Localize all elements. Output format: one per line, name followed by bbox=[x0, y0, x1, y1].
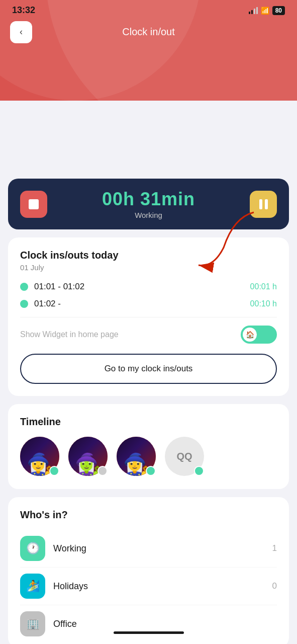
working-count: 1 bbox=[272, 543, 277, 553]
go-to-clock-ins-button[interactable]: Go to my clock ins/outs bbox=[20, 354, 277, 384]
avatar-3[interactable] bbox=[117, 437, 157, 477]
whos-in-office[interactable]: 🏢 Office bbox=[20, 605, 277, 642]
timer-card: 00h 31min Working bbox=[8, 179, 289, 229]
timer-info: 00h 31min Working bbox=[47, 189, 250, 219]
clock-time-2: 01:02 - bbox=[34, 299, 61, 309]
clock-time-1: 01:01 - 01:02 bbox=[34, 282, 84, 292]
page-title: Clock in/out bbox=[122, 26, 175, 38]
clock-icon: 🕐 bbox=[26, 542, 40, 555]
holidays-icon: 🏄 bbox=[26, 580, 40, 593]
avatar-1[interactable] bbox=[20, 437, 60, 477]
office-icon-box: 🏢 bbox=[20, 611, 45, 636]
clock-ins-date: 01 July bbox=[20, 263, 277, 272]
status-icons: 📶 80 bbox=[249, 6, 285, 15]
whos-in-card: Who's in? 🕐 Working 1 🏄 Holidays 0 🏢 Off… bbox=[8, 497, 289, 644]
avatar-2[interactable] bbox=[68, 437, 109, 477]
working-label: Working bbox=[53, 543, 264, 554]
divider bbox=[20, 317, 277, 317]
main-content: 00h 31min Working Clock ins/outs today 0… bbox=[0, 179, 297, 644]
status-time: 13:32 bbox=[12, 5, 35, 16]
widget-label: Show Widget in home page bbox=[20, 330, 119, 339]
clock-entry-1: 01:01 - 01:02 00:01 h bbox=[20, 282, 277, 292]
widget-toggle[interactable]: 🏠 bbox=[241, 326, 277, 344]
clock-entry-2: 01:02 - 00:10 h bbox=[20, 299, 277, 309]
stop-icon bbox=[29, 199, 39, 209]
avatar-status-2 bbox=[97, 466, 108, 476]
holidays-label: Holidays bbox=[53, 581, 264, 592]
avatar-status-1 bbox=[49, 466, 59, 476]
back-button[interactable]: ‹ bbox=[10, 21, 32, 43]
pause-button[interactable] bbox=[250, 191, 277, 218]
avatar-status-3 bbox=[146, 466, 156, 476]
timer-value: 00h 31min bbox=[47, 189, 250, 210]
widget-toggle-row: Show Widget in home page 🏠 bbox=[20, 326, 277, 344]
signal-icon bbox=[249, 7, 258, 14]
back-icon: ‹ bbox=[20, 27, 23, 37]
battery-indicator: 80 bbox=[272, 6, 285, 15]
office-label: Office bbox=[53, 619, 269, 629]
wifi-icon: 📶 bbox=[261, 7, 269, 15]
active-dot-1 bbox=[20, 283, 28, 291]
holidays-icon-box: 🏄 bbox=[20, 574, 45, 599]
working-icon-box: 🕐 bbox=[20, 536, 45, 561]
home-indicator bbox=[114, 631, 184, 634]
avatars-row: QQ bbox=[20, 437, 277, 477]
avatar-4[interactable]: QQ bbox=[165, 437, 205, 477]
clock-duration-2: 00:10 h bbox=[250, 299, 277, 308]
whos-in-working[interactable]: 🕐 Working 1 bbox=[20, 530, 277, 568]
timeline-card: Timeline QQ bbox=[8, 404, 289, 489]
avatar-status-4 bbox=[194, 466, 204, 476]
whos-in-title: Who's in? bbox=[20, 509, 277, 521]
clock-ins-title: Clock ins/outs today bbox=[20, 250, 277, 261]
holidays-count: 0 bbox=[272, 581, 277, 591]
status-bar: 13:32 📶 80 bbox=[0, 0, 297, 19]
timer-status-label: Working bbox=[47, 211, 250, 219]
clock-duration-1: 00:01 h bbox=[250, 282, 277, 291]
timeline-title: Timeline bbox=[20, 416, 277, 428]
pause-icon bbox=[259, 199, 268, 209]
stop-button[interactable] bbox=[20, 191, 47, 218]
whos-in-holidays[interactable]: 🏄 Holidays 0 bbox=[20, 568, 277, 605]
active-dot-2 bbox=[20, 300, 28, 308]
clock-ins-card: Clock ins/outs today 01 July 01:01 - 01:… bbox=[8, 237, 289, 396]
home-icon: 🏠 bbox=[243, 328, 257, 342]
office-icon: 🏢 bbox=[26, 617, 40, 630]
